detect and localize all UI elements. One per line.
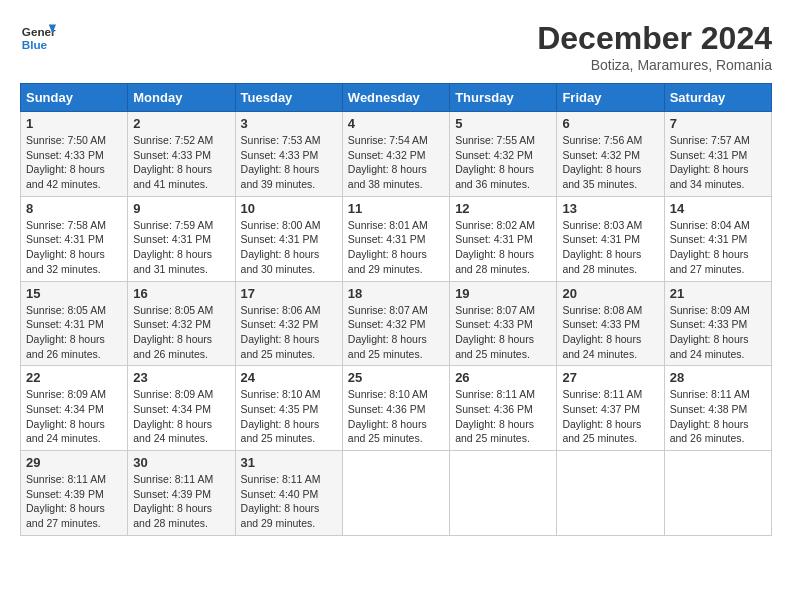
calendar-cell: 17Sunrise: 8:06 AM Sunset: 4:32 PM Dayli…: [235, 281, 342, 366]
calendar-cell: 29Sunrise: 8:11 AM Sunset: 4:39 PM Dayli…: [21, 451, 128, 536]
calendar-cell: 7Sunrise: 7:57 AM Sunset: 4:31 PM Daylig…: [664, 112, 771, 197]
day-info: Sunrise: 8:07 AM Sunset: 4:33 PM Dayligh…: [455, 303, 551, 362]
header-row: SundayMondayTuesdayWednesdayThursdayFrid…: [21, 84, 772, 112]
calendar-cell: 23Sunrise: 8:09 AM Sunset: 4:34 PM Dayli…: [128, 366, 235, 451]
calendar-cell: 15Sunrise: 8:05 AM Sunset: 4:31 PM Dayli…: [21, 281, 128, 366]
header-sunday: Sunday: [21, 84, 128, 112]
day-number: 22: [26, 370, 122, 385]
day-number: 1: [26, 116, 122, 131]
day-info: Sunrise: 8:11 AM Sunset: 4:39 PM Dayligh…: [26, 472, 122, 531]
calendar-cell: 30Sunrise: 8:11 AM Sunset: 4:39 PM Dayli…: [128, 451, 235, 536]
day-info: Sunrise: 8:01 AM Sunset: 4:31 PM Dayligh…: [348, 218, 444, 277]
day-info: Sunrise: 7:52 AM Sunset: 4:33 PM Dayligh…: [133, 133, 229, 192]
day-info: Sunrise: 8:00 AM Sunset: 4:31 PM Dayligh…: [241, 218, 337, 277]
day-number: 6: [562, 116, 658, 131]
day-info: Sunrise: 8:09 AM Sunset: 4:33 PM Dayligh…: [670, 303, 766, 362]
page-header: General Blue December 2024 Botiza, Maram…: [20, 20, 772, 73]
day-info: Sunrise: 7:53 AM Sunset: 4:33 PM Dayligh…: [241, 133, 337, 192]
svg-text:Blue: Blue: [22, 38, 48, 51]
calendar-cell: 5Sunrise: 7:55 AM Sunset: 4:32 PM Daylig…: [450, 112, 557, 197]
calendar-cell: 24Sunrise: 8:10 AM Sunset: 4:35 PM Dayli…: [235, 366, 342, 451]
day-number: 28: [670, 370, 766, 385]
calendar-cell: 14Sunrise: 8:04 AM Sunset: 4:31 PM Dayli…: [664, 196, 771, 281]
day-number: 18: [348, 286, 444, 301]
calendar-cell: 8Sunrise: 7:58 AM Sunset: 4:31 PM Daylig…: [21, 196, 128, 281]
location: Botiza, Maramures, Romania: [537, 57, 772, 73]
week-row-1: 1Sunrise: 7:50 AM Sunset: 4:33 PM Daylig…: [21, 112, 772, 197]
calendar-cell: 6Sunrise: 7:56 AM Sunset: 4:32 PM Daylig…: [557, 112, 664, 197]
day-number: 7: [670, 116, 766, 131]
calendar-table: SundayMondayTuesdayWednesdayThursdayFrid…: [20, 83, 772, 536]
header-friday: Friday: [557, 84, 664, 112]
day-info: Sunrise: 7:58 AM Sunset: 4:31 PM Dayligh…: [26, 218, 122, 277]
header-thursday: Thursday: [450, 84, 557, 112]
calendar-cell: 22Sunrise: 8:09 AM Sunset: 4:34 PM Dayli…: [21, 366, 128, 451]
day-info: Sunrise: 8:08 AM Sunset: 4:33 PM Dayligh…: [562, 303, 658, 362]
week-row-4: 22Sunrise: 8:09 AM Sunset: 4:34 PM Dayli…: [21, 366, 772, 451]
day-number: 13: [562, 201, 658, 216]
calendar-cell: 4Sunrise: 7:54 AM Sunset: 4:32 PM Daylig…: [342, 112, 449, 197]
day-number: 16: [133, 286, 229, 301]
day-info: Sunrise: 8:05 AM Sunset: 4:32 PM Dayligh…: [133, 303, 229, 362]
calendar-cell: [342, 451, 449, 536]
calendar-cell: 11Sunrise: 8:01 AM Sunset: 4:31 PM Dayli…: [342, 196, 449, 281]
day-number: 5: [455, 116, 551, 131]
day-info: Sunrise: 8:09 AM Sunset: 4:34 PM Dayligh…: [26, 387, 122, 446]
day-number: 17: [241, 286, 337, 301]
day-info: Sunrise: 8:05 AM Sunset: 4:31 PM Dayligh…: [26, 303, 122, 362]
calendar-cell: 9Sunrise: 7:59 AM Sunset: 4:31 PM Daylig…: [128, 196, 235, 281]
calendar-cell: 31Sunrise: 8:11 AM Sunset: 4:40 PM Dayli…: [235, 451, 342, 536]
day-number: 11: [348, 201, 444, 216]
calendar-cell: 16Sunrise: 8:05 AM Sunset: 4:32 PM Dayli…: [128, 281, 235, 366]
day-number: 3: [241, 116, 337, 131]
day-number: 30: [133, 455, 229, 470]
day-info: Sunrise: 8:11 AM Sunset: 4:37 PM Dayligh…: [562, 387, 658, 446]
day-info: Sunrise: 8:07 AM Sunset: 4:32 PM Dayligh…: [348, 303, 444, 362]
day-number: 14: [670, 201, 766, 216]
day-info: Sunrise: 8:11 AM Sunset: 4:38 PM Dayligh…: [670, 387, 766, 446]
calendar-cell: 10Sunrise: 8:00 AM Sunset: 4:31 PM Dayli…: [235, 196, 342, 281]
day-info: Sunrise: 8:06 AM Sunset: 4:32 PM Dayligh…: [241, 303, 337, 362]
day-number: 24: [241, 370, 337, 385]
week-row-3: 15Sunrise: 8:05 AM Sunset: 4:31 PM Dayli…: [21, 281, 772, 366]
day-info: Sunrise: 7:57 AM Sunset: 4:31 PM Dayligh…: [670, 133, 766, 192]
calendar-cell: 13Sunrise: 8:03 AM Sunset: 4:31 PM Dayli…: [557, 196, 664, 281]
day-number: 23: [133, 370, 229, 385]
calendar-cell: [557, 451, 664, 536]
day-info: Sunrise: 8:03 AM Sunset: 4:31 PM Dayligh…: [562, 218, 658, 277]
calendar-cell: [450, 451, 557, 536]
day-info: Sunrise: 8:02 AM Sunset: 4:31 PM Dayligh…: [455, 218, 551, 277]
day-info: Sunrise: 8:11 AM Sunset: 4:40 PM Dayligh…: [241, 472, 337, 531]
calendar-cell: 18Sunrise: 8:07 AM Sunset: 4:32 PM Dayli…: [342, 281, 449, 366]
day-info: Sunrise: 7:59 AM Sunset: 4:31 PM Dayligh…: [133, 218, 229, 277]
day-number: 20: [562, 286, 658, 301]
day-number: 31: [241, 455, 337, 470]
calendar-cell: [664, 451, 771, 536]
day-number: 12: [455, 201, 551, 216]
day-info: Sunrise: 8:04 AM Sunset: 4:31 PM Dayligh…: [670, 218, 766, 277]
day-info: Sunrise: 8:09 AM Sunset: 4:34 PM Dayligh…: [133, 387, 229, 446]
logo-icon: General Blue: [20, 20, 56, 56]
calendar-cell: 26Sunrise: 8:11 AM Sunset: 4:36 PM Dayli…: [450, 366, 557, 451]
day-info: Sunrise: 7:50 AM Sunset: 4:33 PM Dayligh…: [26, 133, 122, 192]
day-info: Sunrise: 8:11 AM Sunset: 4:39 PM Dayligh…: [133, 472, 229, 531]
day-number: 4: [348, 116, 444, 131]
logo: General Blue: [20, 20, 56, 56]
calendar-body: 1Sunrise: 7:50 AM Sunset: 4:33 PM Daylig…: [21, 112, 772, 536]
day-number: 2: [133, 116, 229, 131]
day-info: Sunrise: 8:11 AM Sunset: 4:36 PM Dayligh…: [455, 387, 551, 446]
day-info: Sunrise: 7:56 AM Sunset: 4:32 PM Dayligh…: [562, 133, 658, 192]
day-number: 8: [26, 201, 122, 216]
day-number: 15: [26, 286, 122, 301]
day-info: Sunrise: 7:55 AM Sunset: 4:32 PM Dayligh…: [455, 133, 551, 192]
day-number: 26: [455, 370, 551, 385]
day-number: 29: [26, 455, 122, 470]
calendar-cell: 28Sunrise: 8:11 AM Sunset: 4:38 PM Dayli…: [664, 366, 771, 451]
day-number: 27: [562, 370, 658, 385]
title-block: December 2024 Botiza, Maramures, Romania: [537, 20, 772, 73]
calendar-cell: 2Sunrise: 7:52 AM Sunset: 4:33 PM Daylig…: [128, 112, 235, 197]
day-info: Sunrise: 7:54 AM Sunset: 4:32 PM Dayligh…: [348, 133, 444, 192]
day-number: 9: [133, 201, 229, 216]
header-wednesday: Wednesday: [342, 84, 449, 112]
day-number: 25: [348, 370, 444, 385]
